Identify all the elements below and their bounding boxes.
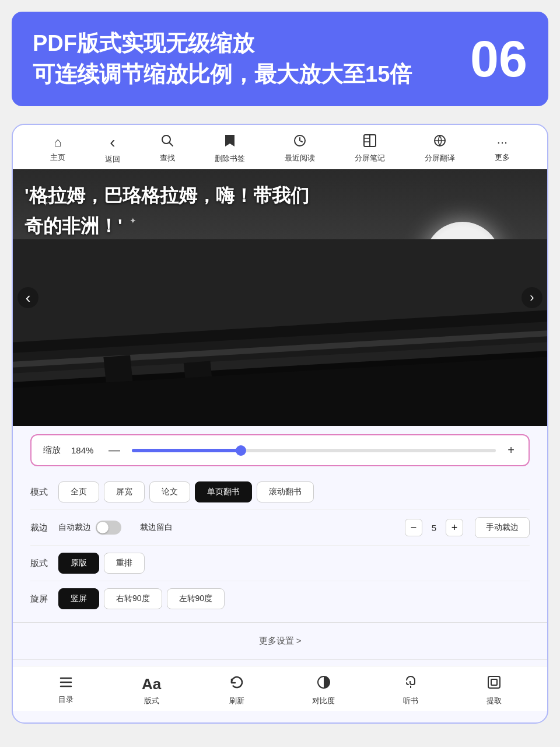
auto-crop-toggle[interactable] [96, 521, 121, 535]
zoom-track [132, 449, 496, 452]
toolbar-item-more[interactable]: ··· 更多 [495, 135, 510, 163]
divider-1 [13, 622, 547, 623]
crop-margin-plus-button[interactable]: + [446, 519, 463, 536]
bookmark-icon [224, 134, 236, 151]
zoom-track-fill [132, 449, 241, 452]
divider-2 [13, 659, 547, 660]
mode-label: 模式 [30, 487, 51, 498]
rotate-btn-left90[interactable]: 左转90度 [167, 588, 225, 609]
zoom-slider[interactable] [132, 449, 496, 452]
toolbar-label-bookmark: 删除书签 [215, 153, 245, 164]
header-text: PDF版式实现无级缩放 可连续调节缩放比例，最大放大至15倍 [33, 28, 412, 90]
mode-btn-screenwidth[interactable]: 屏宽 [104, 481, 145, 502]
header-title-line2: 可连续调节缩放比例，最大放大至15倍 [33, 59, 412, 90]
zoom-control: 缩放 184% — + [30, 434, 530, 466]
zoom-plus-button[interactable]: + [505, 444, 517, 457]
prev-page-button[interactable]: ‹ [18, 287, 38, 308]
mode-row: 模式 全页 屏宽 论文 单页翻书 滚动翻书 [30, 474, 530, 510]
crop-row: 裁边 自动裁边 裁边留白 − 5 + 手动裁边 [30, 510, 530, 546]
toolbar-item-split-note[interactable]: 分屏笔记 [355, 134, 385, 163]
more-settings-label: 更多设置 > [259, 636, 302, 645]
main-card: ⌂ 主页 ‹ 返回 查找 删除书签 最近阅读 [12, 124, 548, 724]
toolbar-label-more: 更多 [495, 152, 510, 163]
bottom-nav-contrast[interactable]: 对比度 [312, 675, 335, 706]
toolbar: ⌂ 主页 ‹ 返回 查找 删除书签 最近阅读 [13, 125, 547, 169]
roof-svg [13, 239, 547, 426]
refresh-icon [229, 675, 244, 693]
toolbar-item-home[interactable]: ⌂ 主页 [50, 135, 65, 163]
header-title-line1: PDF版式实现无级缩放 [33, 28, 412, 59]
recent-icon [293, 134, 306, 151]
version-btn-reflow[interactable]: 重排 [104, 553, 145, 574]
contrast-icon [316, 675, 331, 693]
home-icon: ⌂ [54, 135, 61, 150]
toolbar-label-split-note: 分屏笔记 [355, 153, 385, 163]
crop-margin-label: 裁边留白 [140, 522, 173, 533]
toolbar-item-bookmark[interactable]: 删除书签 [215, 134, 245, 164]
refresh-label: 刷新 [229, 696, 244, 706]
bottom-nav-toc[interactable]: 目录 [58, 676, 74, 705]
back-icon: ‹ [110, 133, 115, 152]
auto-crop-label: 自动裁边 [58, 522, 91, 533]
toolbar-item-back[interactable]: ‹ 返回 [105, 133, 120, 165]
toolbar-label-recent: 最近阅读 [285, 153, 315, 163]
zoom-thumb[interactable] [236, 445, 246, 456]
bottom-nav: 目录 Aa 版式 刷新 对比度 听书 提取 [13, 666, 547, 711]
toolbar-label-split-translate: 分屏翻译 [425, 153, 455, 163]
svg-line-1 [170, 143, 173, 146]
crop-margin-controls: − 5 + 手动裁边 [405, 517, 530, 538]
listen-icon [403, 675, 418, 693]
manual-crop-button[interactable]: 手动裁边 [475, 517, 530, 538]
mode-btn-fullpage[interactable]: 全页 [58, 481, 99, 502]
version-btn-original[interactable]: 原版 [58, 553, 99, 574]
mode-btn-scroll[interactable]: 滚动翻书 [257, 481, 314, 502]
extract-label: 提取 [487, 696, 502, 706]
zoom-label: 缩放 [43, 445, 62, 456]
more-settings-link[interactable]: 更多设置 > [13, 629, 547, 654]
bottom-nav-listen[interactable]: 听书 [403, 675, 418, 706]
more-icon: ··· [497, 135, 508, 150]
mode-btn-singlepage[interactable]: 单页翻书 [195, 481, 252, 502]
search-icon [161, 134, 174, 151]
mode-btn-paper[interactable]: 论文 [149, 481, 190, 502]
toolbar-item-search[interactable]: 查找 [160, 134, 175, 163]
next-page-button[interactable]: › [522, 287, 542, 308]
version-row: 版式 原版 重排 [30, 546, 530, 581]
rotate-btn-group: 竖屏 右转90度 左转90度 [58, 588, 225, 609]
listen-label: 听书 [403, 696, 418, 706]
toolbar-label-back: 返回 [105, 154, 120, 165]
rotate-label: 旋屏 [30, 594, 51, 605]
zoom-value: 184% [71, 445, 97, 455]
rotate-btn-right90[interactable]: 右转90度 [104, 588, 162, 609]
toolbar-label-search: 查找 [160, 153, 175, 163]
mode-btn-group: 全页 屏宽 论文 单页翻书 滚动翻书 [58, 481, 314, 502]
split-translate-icon [433, 134, 446, 151]
split-note-icon [363, 134, 376, 151]
crop-margin-minus-button[interactable]: − [405, 519, 422, 536]
toolbar-item-split-translate[interactable]: 分屏翻译 [425, 134, 455, 163]
version-label: 版式 [30, 558, 51, 569]
bottom-nav-format[interactable]: Aa 版式 [142, 675, 161, 706]
bottom-nav-refresh[interactable]: 刷新 [229, 675, 244, 706]
header-banner: PDF版式实现无级缩放 可连续调节缩放比例，最大放大至15倍 06 [12, 12, 548, 106]
svg-rect-22 [491, 679, 497, 685]
manga-text-line1: '格拉姆，巴珞格拉姆，嗨！带我们 [24, 181, 536, 211]
rotate-btn-portrait[interactable]: 竖屏 [58, 588, 99, 609]
zoom-minus-button[interactable]: — [106, 444, 123, 457]
header-number: 06 [470, 33, 527, 85]
toc-icon [58, 676, 74, 692]
auto-crop-container: 自动裁边 [58, 521, 121, 535]
format-label: 版式 [144, 696, 159, 706]
toolbar-item-recent[interactable]: 最近阅读 [285, 134, 315, 163]
contrast-label: 对比度 [312, 696, 335, 706]
crop-margin-value: 5 [428, 523, 440, 533]
svg-rect-21 [488, 676, 500, 688]
toc-label: 目录 [58, 694, 74, 705]
toolbar-label-home: 主页 [50, 152, 65, 163]
format-icon: Aa [142, 675, 161, 693]
extract-icon [487, 675, 502, 693]
toggle-knob [97, 522, 108, 533]
version-btn-group: 原版 重排 [58, 553, 145, 574]
bottom-nav-extract[interactable]: 提取 [487, 675, 502, 706]
settings-section: 模式 全页 屏宽 论文 单页翻书 滚动翻书 裁边 自动裁边 裁边留白 − 5 [13, 474, 547, 616]
